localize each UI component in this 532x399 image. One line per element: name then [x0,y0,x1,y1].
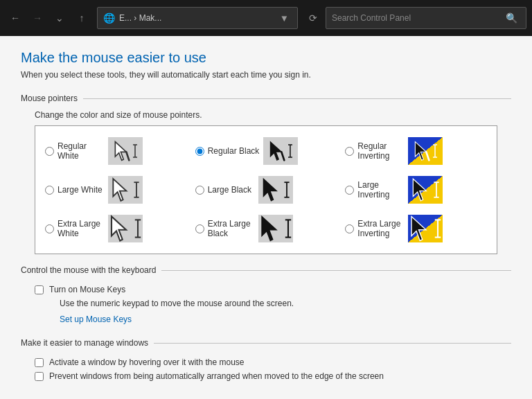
large-black-cursor-icon [261,177,283,203]
xlarge-white-radio[interactable] [45,224,54,233]
section-divider [83,98,511,99]
regular-black-radio[interactable] [195,147,204,156]
keyboard-section-content: Turn on Mouse Keys Use the numeric keypa… [21,282,511,327]
large-inverting-preview [408,176,443,204]
keyboard-section-title: Control the mouse with the keyboard [21,265,161,275]
regular-white-preview [108,137,143,165]
activate-window-checkbox[interactable] [35,358,44,367]
large-black-label[interactable]: Large Black [195,185,254,195]
regular-inverting-label[interactable]: RegularInverting [345,141,404,161]
text-cursor-large-black-icon [283,181,290,198]
regular-white-label[interactable]: RegularWhite [45,141,104,161]
text-cursor-xl-white-icon [134,219,142,238]
mouse-pointers-section-title: Mouse pointers [21,94,83,103]
pointer-option-regular-inverting: RegularInverting [341,132,491,170]
text-cursor-large-invert-icon [433,181,440,198]
prevent-arrange-row: Prevent windows from being automatically… [35,371,497,381]
regular-white-radio[interactable] [45,147,54,156]
svg-line-1 [126,152,129,160]
large-white-preview [108,176,143,204]
recent-locations-button[interactable]: ⌄ [50,7,69,29]
navigation-bar: ← → ⌄ ↑ 🌐 E... › Mak... ▼ ⟳ 🔍 [0,0,532,36]
svg-marker-5 [271,142,282,161]
regular-inverting-radio[interactable] [345,147,354,156]
large-inverting-radio[interactable] [345,186,354,195]
activate-window-row: Activate a window by hovering over it wi… [35,357,497,367]
back-button[interactable]: ← [6,7,25,29]
svg-marker-0 [115,142,126,161]
pointer-option-regular-white: RegularWhite [41,132,191,170]
forward-button[interactable]: → [28,7,47,29]
large-white-radio[interactable] [45,186,54,195]
keyboard-section-header: Control the mouse with the keyboard [21,265,511,275]
search-bar-container: 🔍 [326,7,526,29]
mouse-keys-label[interactable]: Turn on Mouse Keys [49,285,125,294]
pointer-grid-container: RegularWhite [35,125,497,254]
windows-section-content: Activate a window by hovering over it wi… [21,355,511,388]
pointer-option-xlarge-white: Extra LargeWhite [41,209,191,248]
xlarge-inverting-label[interactable]: Extra LargeInverting [345,219,404,238]
globe-icon: 🌐 [103,12,115,24]
text-cursor-black-icon [287,144,293,158]
mouse-keys-checkbox[interactable] [35,285,44,294]
up-button[interactable]: ↑ [72,7,91,29]
address-text: E... › Mak... [119,13,273,23]
address-chevron-button[interactable]: ▼ [277,12,292,25]
xlarge-inverting-preview [408,215,443,242]
text-cursor-large-white-icon [133,181,140,198]
xlarge-inverting-cursor-icon [409,214,434,243]
regular-black-preview [263,137,298,165]
text-cursor-xl-invert-icon [434,219,442,238]
large-black-radio[interactable] [195,186,204,195]
svg-line-6 [282,152,285,160]
svg-marker-23 [414,179,427,201]
svg-marker-19 [263,179,276,201]
large-white-cursor-icon [111,177,133,203]
svg-marker-10 [416,142,427,161]
xlarge-black-label[interactable]: Extra LargeBlack [195,219,254,238]
prevent-arrange-checkbox[interactable] [35,372,44,381]
page-subtitle: When you select these tools, they will a… [21,70,511,80]
pointer-option-large-inverting: LargeInverting [341,170,491,209]
activate-window-label[interactable]: Activate a window by hovering over it wi… [49,357,244,367]
xlarge-black-preview [258,215,293,242]
refresh-button[interactable]: ⟳ [303,7,323,29]
regular-inverting-preview [408,137,443,165]
pointer-grid-description: Change the color and size of mouse point… [35,110,497,120]
pointer-option-xlarge-inverting: Extra LargeInverting [341,209,491,248]
main-content: Make the mouse easier to use When you se… [0,36,532,399]
xlarge-black-cursor-icon [259,214,284,243]
mouse-pointers-section-header: Mouse pointers [21,94,511,103]
mouse-keys-row: Turn on Mouse Keys [35,285,497,294]
xlarge-white-cursor-icon [109,214,134,243]
regular-inverting-cursor-icon [413,140,432,162]
svg-line-11 [427,152,429,160]
page-title: Make the mouse easier to use [21,50,511,66]
regular-black-label[interactable]: Regular Black [195,146,260,156]
windows-section-divider [154,343,511,344]
large-inverting-label[interactable]: LargeInverting [345,180,404,200]
setup-mouse-keys-link[interactable]: Set up Mouse Keys [60,314,132,324]
windows-section-title: Make it easier to manage windows [21,338,154,348]
pointer-option-xlarge-black: Extra LargeBlack [191,209,342,248]
large-white-label[interactable]: Large White [45,185,104,195]
xlarge-inverting-radio[interactable] [345,224,354,233]
xlarge-white-preview [108,215,143,242]
svg-marker-35 [411,217,426,241]
search-input[interactable] [332,13,503,23]
xlarge-white-label[interactable]: Extra LargeWhite [45,219,104,238]
address-bar[interactable]: 🌐 E... › Mak... ▼ [97,7,298,29]
regular-white-cursor-icon [113,140,132,162]
pointer-option-large-black: Large Black [191,170,342,209]
mouse-keys-description: Use the numeric keypad to move the mouse… [60,299,497,308]
large-black-preview [258,176,293,204]
search-submit-button[interactable]: 🔍 [503,11,520,25]
svg-marker-15 [113,179,126,201]
pointer-option-large-white: Large White [41,170,191,209]
keyboard-section-divider [161,270,511,271]
text-cursor-icon [132,144,138,158]
xlarge-black-radio[interactable] [195,224,204,233]
prevent-arrange-label[interactable]: Prevent windows from being automatically… [49,371,384,381]
text-cursor-xl-black-icon [284,219,292,238]
pointer-grid: RegularWhite [41,132,491,248]
